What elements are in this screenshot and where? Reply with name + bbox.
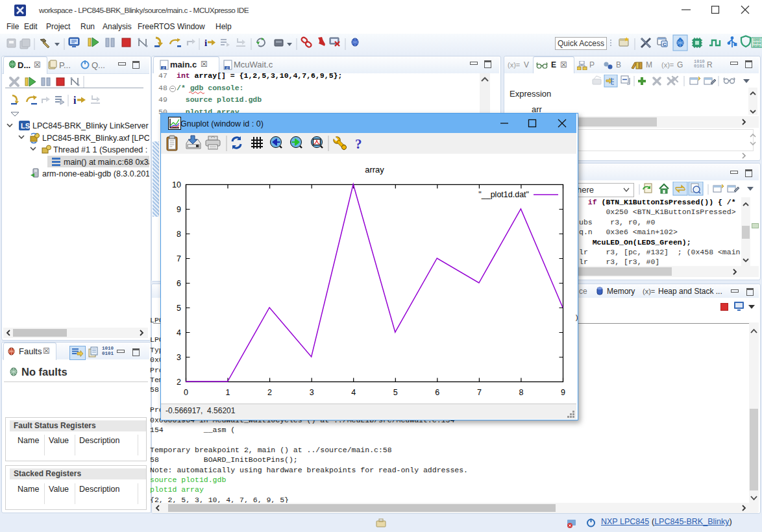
svg-text:10: 10: [172, 180, 181, 189]
svg-text:7: 7: [177, 254, 181, 263]
svg-text:4: 4: [351, 388, 356, 397]
svg-text:9: 9: [561, 388, 565, 397]
svg-text:8: 8: [519, 388, 523, 397]
svg-text:.c: .c: [225, 66, 229, 70]
svg-text:1: 1: [226, 388, 230, 397]
svg-text:array: array: [365, 165, 384, 175]
svg-text:3: 3: [177, 353, 181, 362]
svg-text:2: 2: [177, 378, 181, 387]
svg-text:i: i: [204, 38, 207, 48]
svg-text:8: 8: [177, 230, 181, 239]
svg-text:9: 9: [177, 205, 181, 214]
svg-text:.c: .c: [162, 66, 166, 70]
svg-text:3: 3: [310, 388, 314, 397]
svg-text:?: ?: [355, 136, 362, 152]
svg-text:5: 5: [393, 388, 398, 397]
svg-text:6: 6: [177, 279, 181, 288]
svg-text:"__plot1d.dat": "__plot1d.dat": [478, 190, 529, 199]
svg-text:2: 2: [267, 388, 272, 397]
svg-text:LS: LS: [21, 122, 30, 130]
svg-text:5: 5: [177, 304, 181, 313]
svg-text:i: i: [73, 95, 77, 106]
svg-text:0: 0: [184, 388, 188, 397]
svg-text:0101: 0101: [753, 45, 761, 49]
svg-text:7: 7: [477, 388, 482, 397]
svg-text:4: 4: [177, 328, 181, 337]
svg-text:6: 6: [435, 388, 439, 397]
svg-text:C: C: [663, 42, 667, 47]
